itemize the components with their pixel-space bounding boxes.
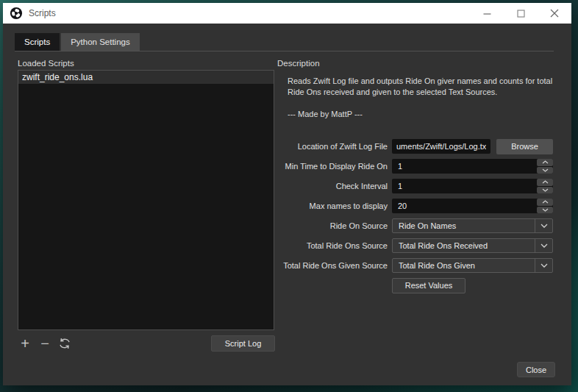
max-names-spin-up[interactable] [537, 199, 553, 206]
tab-scripts[interactable]: Scripts [15, 33, 60, 51]
form-row: Ride On Source Ride On Names [277, 218, 553, 233]
dropdown-arrow [535, 219, 552, 232]
chevron-down-icon [542, 188, 549, 192]
dropdown-arrow [535, 259, 552, 272]
description-line: Ride Ons received and given to the selec… [288, 87, 554, 98]
selected-value: Total Ride Ons Received [393, 241, 535, 250]
log-file-input[interactable] [392, 139, 490, 154]
check-interval-input[interactable] [392, 179, 553, 193]
close-icon [550, 9, 559, 18]
chevron-up-icon [542, 160, 549, 164]
close-button[interactable]: Close [517, 362, 555, 377]
description-header: Description [277, 59, 320, 68]
script-log-button[interactable]: Script Log [211, 335, 275, 352]
total-ride-ons-given-source-select[interactable]: Total Ride Ons Given [392, 258, 553, 273]
max-names-label: Max names to display [277, 202, 388, 210]
min-time-spin-up[interactable] [537, 159, 553, 166]
chevron-down-icon [542, 168, 549, 172]
selected-value: Ride On Names [393, 221, 535, 230]
check-interval-spin-down[interactable] [537, 187, 553, 194]
ride-on-source-label: Ride On Source [277, 221, 388, 230]
close-window-button[interactable] [538, 3, 571, 24]
min-time-label: Min Time to Display Ride On [277, 162, 388, 171]
titlebar: Scripts [3, 3, 571, 24]
loaded-scripts-header: Loaded Scripts [18, 59, 74, 68]
chevron-down-icon [542, 208, 549, 212]
form-row: Reset Values [277, 278, 553, 293]
refresh-icon [58, 338, 71, 349]
chevron-up-icon [542, 180, 549, 184]
form-row: Min Time to Display Ride On [277, 159, 553, 174]
form-row: Location of Zwift Log File Browse [277, 139, 553, 154]
ride-on-source-select[interactable]: Ride On Names [392, 218, 553, 233]
max-names-input[interactable] [392, 199, 553, 213]
list-item[interactable]: zwift_ride_ons.lua [18, 71, 274, 84]
reset-values-button[interactable]: Reset Values [392, 278, 465, 293]
total-ride-ons-given-source-label: Total Ride Ons Given Source [277, 261, 388, 270]
dropdown-arrow [535, 239, 552, 252]
reload-scripts-button[interactable] [56, 335, 74, 352]
chevron-down-icon [540, 224, 548, 228]
total-ride-ons-source-label: Total Ride Ons Source [277, 241, 388, 250]
total-ride-ons-source-select[interactable]: Total Ride Ons Received [392, 238, 553, 253]
remove-script-button[interactable]: − [36, 335, 54, 352]
minimize-icon [483, 10, 491, 18]
min-time-spin-down[interactable] [537, 167, 553, 174]
tab-python-settings[interactable]: Python Settings [61, 33, 140, 51]
tab-bar: Scripts Python Settings [15, 33, 554, 51]
scripts-dialog: Scripts Scripts Python Settings Loaded S… [3, 3, 571, 385]
log-file-label: Location of Zwift Log File [277, 142, 388, 151]
maximize-button[interactable] [504, 3, 538, 24]
loaded-scripts-list[interactable]: zwift_ride_ons.lua [18, 70, 274, 330]
minimize-button[interactable] [470, 3, 504, 24]
selected-value: Total Ride Ons Given [393, 261, 535, 270]
max-names-spin-down[interactable] [537, 207, 553, 214]
obs-logo-icon [10, 7, 23, 20]
chevron-down-icon [540, 263, 548, 268]
form-row: Total Ride Ons Source Total Ride Ons Rec… [277, 238, 553, 253]
check-interval-label: Check Interval [277, 182, 388, 190]
form-row: Max names to display [277, 199, 553, 213]
browse-button[interactable]: Browse [496, 139, 553, 154]
description-line: Reads Zwift Log file and outputs Ride On… [288, 76, 554, 87]
form-row: Check Interval [277, 179, 553, 193]
min-time-input[interactable] [392, 159, 553, 174]
script-tools: + − [16, 335, 74, 352]
check-interval-spin-up[interactable] [537, 179, 553, 186]
form-row: Total Ride Ons Given Source Total Ride O… [277, 258, 553, 273]
add-script-button[interactable]: + [16, 335, 34, 352]
script-settings-form: Location of Zwift Log File Browse Min Ti… [277, 139, 553, 293]
credit-text: --- Made by MattP --- [288, 110, 363, 118]
window-title: Scripts [29, 8, 56, 18]
chevron-down-icon [540, 243, 548, 248]
plus-icon: + [21, 335, 29, 352]
maximize-icon [517, 10, 525, 18]
minus-icon: − [40, 335, 49, 352]
description-text: Reads Zwift Log file and outputs Ride On… [288, 76, 554, 97]
chevron-up-icon [542, 200, 549, 204]
